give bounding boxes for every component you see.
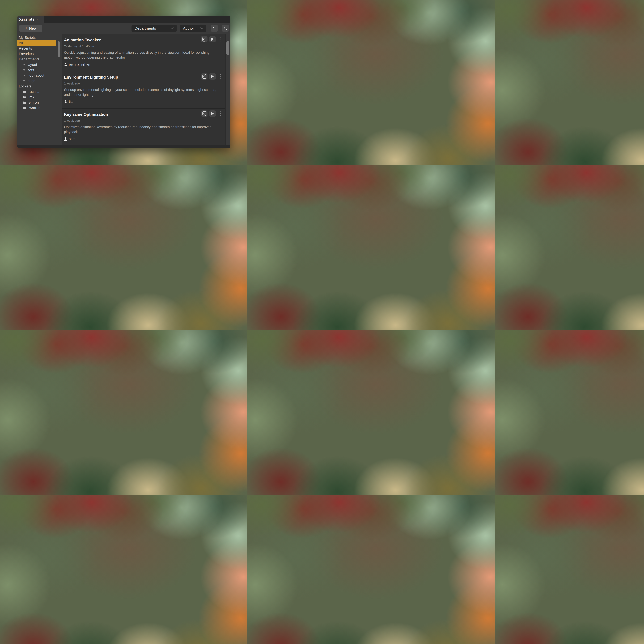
script-authors: tia xyxy=(69,100,73,104)
script-card-animation-tweaker[interactable]: Animation Tweaker Yesterday at 10:45pm xyxy=(62,34,225,71)
sidebar-scrollbar[interactable] xyxy=(58,41,60,57)
plus-icon: + xyxy=(25,26,28,31)
sidebar-item-label: All xyxy=(19,41,23,45)
sidebar-item-emron[interactable]: emron xyxy=(17,100,56,105)
script-list: Animation Tweaker Yesterday at 10:45pm xyxy=(62,34,226,145)
script-authors: sam xyxy=(69,137,75,141)
sidebar-item-all[interactable]: All xyxy=(17,40,56,46)
view-code-button[interactable] xyxy=(201,36,207,42)
sidebar-item-layout[interactable]: layout xyxy=(17,62,56,67)
folder-icon xyxy=(23,96,26,98)
toolbar: + New Departments Author xyxy=(17,23,230,34)
card-actions xyxy=(201,110,223,117)
script-timestamp: Yesterday at 10:45pm xyxy=(64,44,223,48)
author-filter-label: Author xyxy=(183,26,194,31)
filter-settings-button[interactable] xyxy=(211,25,218,32)
chevron-down-icon xyxy=(171,27,174,29)
sidebar-item-ruchita[interactable]: ruchita xyxy=(17,89,56,94)
folder-icon xyxy=(23,91,26,93)
view-code-button[interactable] xyxy=(201,73,207,80)
script-list-area: Animation Tweaker Yesterday at 10:45pm xyxy=(61,34,230,145)
script-title: Environment Lighting Setup xyxy=(64,75,118,80)
sidebar-item-favorites[interactable]: Favorites xyxy=(17,51,56,57)
card-actions xyxy=(201,36,223,42)
new-button-label: New xyxy=(29,26,37,31)
person-icon xyxy=(64,137,67,141)
sidebar-item-lockers[interactable]: Lockers xyxy=(17,84,56,89)
play-icon xyxy=(211,37,214,41)
sidebar-item-label: ruchita xyxy=(29,90,39,94)
sidebar-item-label: My Scripts xyxy=(19,36,36,40)
code-icon xyxy=(202,74,206,79)
sidebar-item-hop-layout[interactable]: hop-layout xyxy=(17,73,56,78)
script-timestamp: 1 week ago xyxy=(64,82,223,85)
sidebar-item-recents[interactable]: Recents xyxy=(17,46,56,51)
script-author-row: tia xyxy=(64,100,223,104)
sidebar-item-label: hop-layout xyxy=(27,73,44,78)
author-filter-dropdown[interactable]: Author xyxy=(180,25,206,32)
departments-filter-label: Departments xyxy=(135,26,156,31)
script-timestamp: 1 week ago xyxy=(64,119,223,122)
sidebar-item-label: Lockers xyxy=(19,84,31,88)
script-title: Animation Tweaker xyxy=(64,38,101,42)
sidebar-list: My Scripts All Recents Favorites Departm… xyxy=(17,34,56,145)
script-description: Optimizes animation keyframes by reducin… xyxy=(64,125,220,134)
chevron-down-icon xyxy=(200,27,203,29)
script-description: Set uup environmental lighting in your s… xyxy=(64,87,220,97)
play-icon xyxy=(211,75,214,78)
departments-filter-dropdown[interactable]: Departments xyxy=(132,25,177,32)
play-icon xyxy=(211,112,214,115)
script-authors: ruchita, rehan xyxy=(69,62,90,66)
tab-xscripts[interactable]: Xscripts × xyxy=(17,16,44,23)
window-body: My Scripts All Recents Favorites Departm… xyxy=(17,34,230,145)
person-icon xyxy=(64,63,67,66)
tab-bar: Xscripts × xyxy=(17,16,230,23)
search-button[interactable] xyxy=(222,25,229,32)
run-script-button[interactable] xyxy=(209,73,216,80)
script-card-environment-lighting-setup[interactable]: Environment Lighting Setup 1 week ago xyxy=(62,71,225,109)
triangle-down-icon[interactable] xyxy=(23,80,25,82)
xscripts-window: Xscripts × + New Departments Author xyxy=(17,16,230,148)
script-title: Keyframe Optimization xyxy=(64,112,108,117)
more-options-button[interactable] xyxy=(220,110,222,117)
window-bottom-strip xyxy=(17,145,230,148)
sliders-icon xyxy=(213,26,216,30)
script-list-scrollbar[interactable] xyxy=(226,41,229,55)
sidebar-item-sets[interactable]: sets xyxy=(17,67,56,73)
sidebar: My Scripts All Recents Favorites Departm… xyxy=(17,34,61,145)
run-script-button[interactable] xyxy=(209,110,216,117)
sidebar-item-bugs[interactable]: bugs xyxy=(17,78,56,84)
sidebar-item-departments[interactable]: Departments xyxy=(17,57,56,62)
sidebar-item-label: layout xyxy=(27,63,37,67)
sidebar-item-jmk[interactable]: jmk xyxy=(17,94,56,100)
run-script-button[interactable] xyxy=(209,36,216,42)
triangle-down-icon[interactable] xyxy=(23,69,25,71)
more-options-button[interactable] xyxy=(220,36,222,42)
sidebar-item-label: Recents xyxy=(19,46,32,50)
sidebar-item-label: jmk xyxy=(29,95,34,99)
sidebar-item-label: Favorites xyxy=(19,52,34,56)
folder-icon xyxy=(23,101,26,104)
sidebar-item-label: jwarren xyxy=(29,106,40,110)
sidebar-item-label: Departments xyxy=(19,57,39,61)
more-options-button[interactable] xyxy=(220,73,222,80)
code-icon xyxy=(202,37,206,42)
script-card-keyframe-optimization[interactable]: Keyframe Optimization 1 week ago O xyxy=(62,109,225,143)
triangle-down-icon[interactable] xyxy=(23,64,25,65)
new-script-button[interactable]: + New xyxy=(19,25,42,32)
search-icon xyxy=(223,26,227,30)
view-code-button[interactable] xyxy=(201,110,207,117)
folder-icon xyxy=(23,107,26,109)
script-author-row: ruchita, rehan xyxy=(64,62,223,66)
sidebar-item-jwarren[interactable]: jwarren xyxy=(17,105,56,111)
sidebar-item-label: bugs xyxy=(27,79,35,83)
close-icon[interactable]: × xyxy=(37,18,39,21)
triangle-down-icon[interactable] xyxy=(23,75,25,76)
script-description: Quickly adjust timing and easing of anim… xyxy=(64,50,220,60)
script-author-row: sam xyxy=(64,137,223,141)
window-title: Xscripts xyxy=(19,17,35,22)
person-icon xyxy=(64,100,67,103)
sidebar-item-my-scripts[interactable]: My Scripts xyxy=(17,35,56,40)
code-icon xyxy=(202,111,206,116)
sidebar-item-label: emron xyxy=(29,100,39,105)
